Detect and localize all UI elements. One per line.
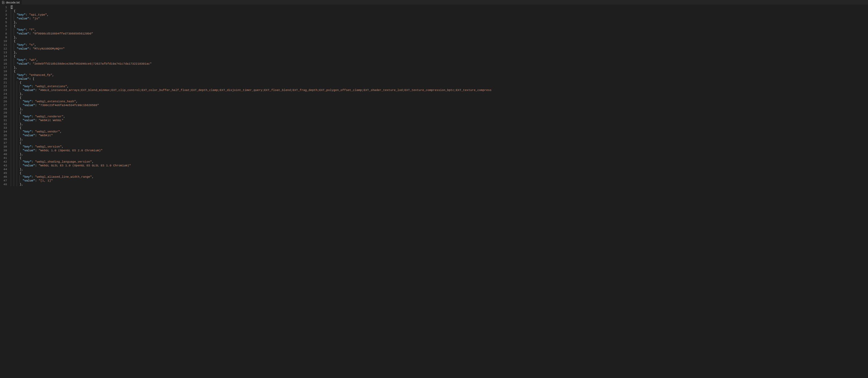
code-line[interactable]: "key": "webgl_extensions", — [10, 85, 868, 88]
token-punc: : — [31, 100, 35, 103]
code-line[interactable]: }, — [10, 35, 868, 39]
line-number: 48 — [0, 182, 10, 186]
code-line[interactable]: "key": "api_type", — [10, 13, 868, 17]
line-number: 30 — [0, 115, 10, 118]
file-text-icon — [2, 1, 5, 4]
token-punc: , — [22, 92, 23, 95]
code-line[interactable]: "value": "MTcyNzU0ODMyNQ==" — [10, 47, 868, 51]
token-punc: : — [35, 104, 38, 107]
token-punc: , — [16, 51, 18, 54]
line-number: 13 — [0, 51, 10, 54]
token-key: "key" — [17, 13, 26, 17]
code-line[interactable]: }, — [10, 92, 868, 96]
token-key: "key" — [23, 100, 31, 103]
code-line[interactable]: "value": "WebKit WebGL" — [10, 118, 868, 122]
code-line[interactable]: { — [10, 156, 868, 160]
token-punc: : — [35, 164, 38, 167]
token-punc: : — [35, 134, 38, 137]
code-line[interactable]: "key": "webgl_extensions_hash", — [10, 99, 868, 104]
line-number: 16 — [0, 62, 10, 66]
token-punc: : — [35, 149, 38, 152]
code-line[interactable]: "value": "7300c23f4e6fa34e534fc99c1b6285… — [10, 104, 868, 107]
code-line[interactable]: "key": "webgl_renderer", — [10, 115, 868, 118]
code-line[interactable]: "key": "webgl_shading_language_version", — [10, 160, 868, 164]
line-number: 44 — [0, 168, 10, 171]
code-line[interactable]: }, — [10, 182, 868, 186]
code-line[interactable]: "value": "ANGLE_instanced_arrays;EXT_ble… — [10, 88, 868, 92]
code-line[interactable]: "value": "WebKit" — [10, 134, 868, 137]
line-number: 19 — [0, 73, 10, 77]
line-number: 9 — [0, 35, 10, 39]
code-line[interactable]: "key": "webgl_aliased_line_width_range", — [10, 175, 868, 179]
token-punc: , — [62, 145, 63, 148]
token-brace: { — [20, 172, 22, 175]
code-line[interactable]: { — [10, 39, 868, 43]
code-line[interactable]: "value": "9f9998cd510604ffed730685856129… — [10, 32, 868, 35]
code-line[interactable]: { — [10, 24, 868, 28]
code-line[interactable]: "key": "webgl_vendor", — [10, 130, 868, 134]
line-number: 34 — [0, 130, 10, 134]
code-line[interactable]: { — [10, 54, 868, 58]
code-line[interactable]: "key": "wh", — [10, 58, 868, 62]
code-line[interactable]: }, — [10, 66, 868, 69]
token-brace: [ — [33, 77, 34, 81]
line-number: 8 — [0, 32, 10, 35]
code-line[interactable]: }, — [10, 137, 868, 141]
line-number: 31 — [0, 118, 10, 122]
token-punc: : — [31, 115, 35, 118]
token-str: "wh" — [29, 58, 36, 62]
code-line[interactable]: }, — [10, 168, 868, 171]
code-line[interactable]: }, — [10, 122, 868, 126]
token-str: "api_type" — [29, 13, 47, 17]
token-punc: , — [92, 160, 94, 164]
code-line[interactable]: }, — [10, 107, 868, 111]
code-line[interactable]: { — [10, 9, 868, 13]
token-punc: : — [31, 145, 35, 148]
editor[interactable]: 1234567891011121314151617181920212223242… — [0, 5, 868, 378]
token-str: "WebGL 1.0 (OpenGL ES 2.0 Chromium)" — [38, 149, 102, 152]
code-line[interactable]: "value": "WebGL 1.0 (OpenGL ES 2.0 Chrom… — [10, 149, 868, 152]
code-line[interactable]: "value": "2e8ebffd218b158dece29af863d46c… — [10, 62, 868, 66]
code-area[interactable]: [{"key": "api_type","value": "js"},{"key… — [10, 5, 868, 378]
code-line[interactable]: { — [10, 126, 868, 130]
code-line[interactable]: { — [10, 141, 868, 145]
token-punc: , — [34, 28, 36, 31]
token-brace: { — [20, 81, 22, 84]
token-key: "key" — [23, 130, 31, 133]
code-line[interactable]: "key": "n", — [10, 43, 868, 47]
code-line[interactable]: { — [10, 171, 868, 175]
code-line[interactable]: { — [10, 81, 868, 85]
token-punc: , — [92, 175, 94, 178]
code-line[interactable]: { — [10, 69, 868, 73]
token-key: "key" — [23, 175, 31, 178]
token-key: "key" — [17, 74, 26, 77]
code-line[interactable]: "key": "webgl_version", — [10, 145, 868, 149]
code-line[interactable]: "value": "[1, 1]" — [10, 179, 868, 182]
token-punc: , — [60, 130, 62, 133]
code-line[interactable]: "value": [ — [10, 77, 868, 81]
tab-filename: decode.txt — [6, 1, 20, 4]
token-punc: , — [76, 100, 78, 103]
code-line[interactable]: }, — [10, 21, 868, 24]
code-line[interactable]: "value": "js" — [10, 17, 868, 21]
code-line[interactable]: [ — [10, 5, 868, 9]
token-brace: { — [14, 55, 16, 58]
code-line[interactable]: }, — [10, 152, 868, 156]
token-brace: } — [20, 92, 22, 95]
code-line[interactable]: { — [10, 96, 868, 99]
token-brace: } — [14, 66, 16, 69]
token-punc: : — [26, 28, 29, 31]
code-line[interactable]: { — [10, 111, 868, 115]
line-number: 27 — [0, 104, 10, 107]
code-line[interactable]: }, — [10, 51, 868, 54]
token-punc: : — [35, 119, 38, 122]
code-line[interactable]: "value": "WebGL GLSL ES 1.0 (OpenGL ES G… — [10, 164, 868, 168]
line-number: 7 — [0, 28, 10, 32]
token-str: "webgl_shading_language_version" — [35, 160, 92, 164]
code-line[interactable]: "key": "enhanced_fp", — [10, 73, 868, 77]
tab-decode[interactable]: decode.txt — [0, 0, 22, 5]
code-line[interactable]: "key": "f", — [10, 28, 868, 32]
token-str: "9f9998cd510604ffed730685856129b0" — [33, 32, 93, 35]
token-key: "value" — [23, 179, 35, 182]
token-key: "value" — [23, 104, 35, 107]
